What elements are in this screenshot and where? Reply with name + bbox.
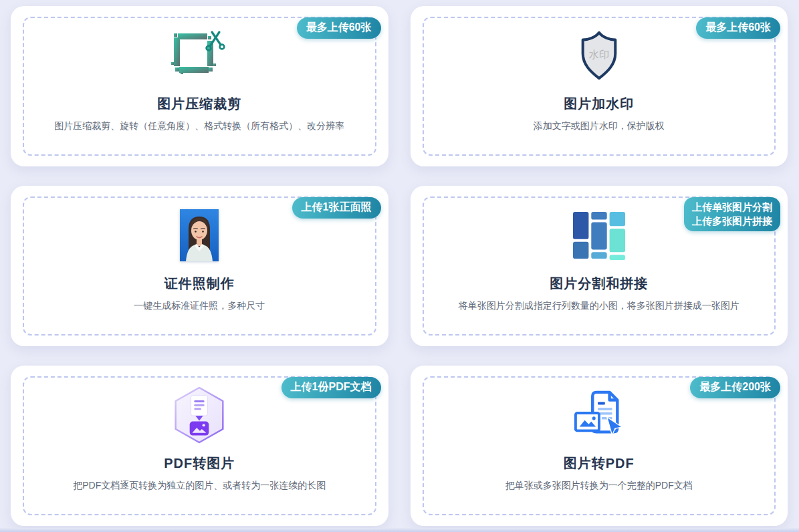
card-description: 将单张图片分割成指定行列数量的小图，将多张图片拼接成一张图片 bbox=[459, 300, 739, 312]
badge-line-1: 上传单张图片分割 bbox=[692, 200, 772, 214]
card-title: 图片分割和拼接 bbox=[550, 275, 648, 293]
pdf-to-image-hexagon-icon bbox=[171, 386, 227, 444]
tools-page: 最多上传60张 bbox=[0, 0, 799, 532]
tool-card-image-compress-crop[interactable]: 最多上传60张 bbox=[11, 6, 388, 166]
tool-card-image-watermark[interactable]: 最多上传60张 水印 图片加水印 添加文字或图片水印，保护版权 bbox=[411, 6, 788, 166]
card-title: PDF转图片 bbox=[164, 454, 235, 473]
upload-limit-badge: 最多上传200张 bbox=[690, 377, 780, 398]
tools-grid: 最多上传60张 bbox=[0, 0, 799, 526]
tool-card-id-photo[interactable]: 上传1张正面照 bbox=[11, 186, 388, 346]
id-photo-portrait-image bbox=[180, 206, 219, 265]
upload-limit-badge: 上传1份PDF文档 bbox=[281, 377, 381, 398]
svg-text:水印: 水印 bbox=[588, 49, 609, 61]
card-description: 把单张或多张图片转换为一个完整的PDF文档 bbox=[505, 480, 693, 492]
next-section-edge bbox=[0, 528, 799, 532]
tool-card-split-merge[interactable]: 上传单张图片分割 上传多张图片拼接 图片分割和拼接 bbox=[411, 186, 788, 346]
card-title: 图片转PDF bbox=[564, 454, 635, 473]
card-description: 一键生成标准证件照，多种尺寸 bbox=[134, 300, 265, 312]
upload-limit-badge: 最多上传60张 bbox=[297, 17, 381, 39]
tool-card-image-to-pdf[interactable]: 最多上传200张 图片转PDF bbox=[411, 366, 788, 526]
tool-card-pdf-to-image[interactable]: 上传1份PDF文档 bbox=[11, 366, 388, 526]
image-to-pdf-document-icon bbox=[569, 386, 629, 444]
crop-frame-scissors-icon bbox=[170, 26, 229, 85]
upload-limit-badge: 上传单张图片分割 上传多张图片拼接 bbox=[684, 197, 780, 231]
split-merge-grid-icon bbox=[569, 206, 629, 265]
upload-limit-badge: 最多上传60张 bbox=[696, 17, 780, 39]
upload-limit-badge: 上传1张正面照 bbox=[292, 197, 381, 219]
card-title: 证件照制作 bbox=[164, 275, 235, 293]
card-description: 图片压缩裁剪、旋转（任意角度）、格式转换（所有格式）、改分辨率 bbox=[54, 120, 344, 132]
card-description: 把PDF文档逐页转换为独立的图片、或者转为一张连续的长图 bbox=[73, 480, 326, 492]
badge-line-2: 上传多张图片拼接 bbox=[692, 214, 772, 228]
watermark-shield-icon: 水印 bbox=[575, 26, 623, 85]
card-description: 添加文字或图片水印，保护版权 bbox=[534, 120, 665, 132]
card-title: 图片压缩裁剪 bbox=[157, 95, 241, 113]
card-title: 图片加水印 bbox=[564, 95, 634, 113]
